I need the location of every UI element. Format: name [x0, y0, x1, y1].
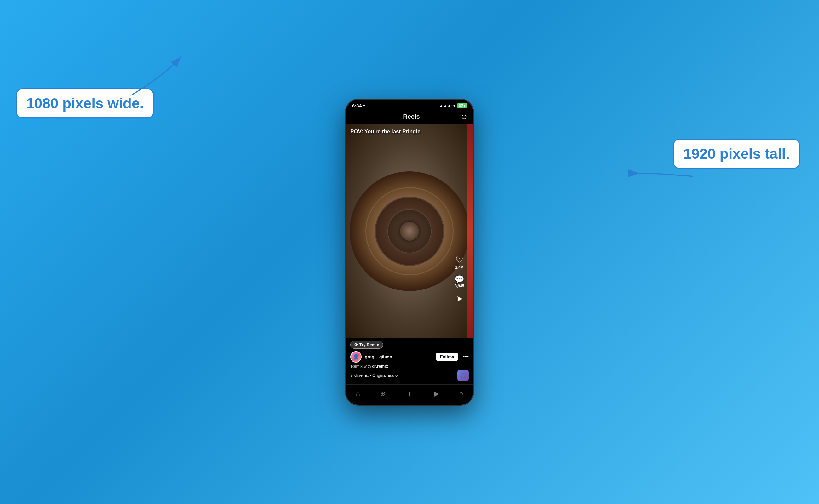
more-options-icon[interactable]: •••	[463, 353, 469, 360]
status-heart-icon: ♥	[363, 103, 365, 108]
audio-text: dr.remix · Original audio	[354, 373, 398, 378]
follow-button[interactable]: Follow	[436, 353, 458, 361]
remix-text: Remix with dr.remix	[350, 364, 469, 369]
status-icons: ▲▲▲ ▾ 67+	[439, 103, 467, 108]
right-actions: ♡ 1.4M 💬 3,945 ➤	[455, 256, 464, 304]
nav-item-search[interactable]: ⊕	[380, 390, 386, 398]
phone-frame: 6:34 ♥ ▲▲▲ ▾ 67+ Reels ⊙ POV: You're the…	[345, 99, 474, 406]
annotation-text-right: 1920 pixels tall.	[683, 145, 790, 162]
remix-icon: ⟳	[354, 342, 358, 347]
profile-icon: ○	[459, 390, 463, 398]
status-bar: 6:34 ♥ ▲▲▲ ▾ 67+	[346, 100, 473, 111]
status-time: 6:34 ♥	[352, 103, 365, 108]
signal-icon: ▲▲▲	[439, 103, 451, 108]
bottom-nav: ⌂ ⊕ ＋ ▶ ○	[346, 384, 473, 405]
username[interactable]: greg._.gilson	[365, 354, 432, 359]
nav-item-create[interactable]: ＋	[405, 388, 414, 400]
remix-author[interactable]: dr.remix	[372, 364, 388, 369]
bottom-overlay: ⟳ Try Remix 👤 greg._.gilson Follow ••• R…	[346, 338, 473, 384]
reels-icon: ▶	[434, 390, 439, 398]
arrow-right	[633, 157, 696, 195]
audio-icon: ♪	[350, 373, 352, 378]
home-icon: ⌂	[356, 390, 360, 398]
video-area: POV: You're the last Pringle ♡ 1.4M 💬 3,…	[346, 124, 473, 338]
try-remix-button[interactable]: ⟳ Try Remix	[350, 341, 383, 349]
nav-item-home[interactable]: ⌂	[356, 390, 360, 398]
send-icon: ➤	[456, 294, 463, 304]
red-strip	[467, 124, 473, 338]
comment-button[interactable]: 💬 3,945	[455, 275, 464, 288]
arrow-left	[123, 47, 186, 104]
nav-bar: Reels ⊙	[346, 111, 473, 124]
audio-info[interactable]: ♪ dr.remix · Original audio	[350, 373, 398, 378]
video-caption: POV: You're the last Pringle	[350, 129, 469, 135]
audio-row: ♪ dr.remix · Original audio 🎵	[350, 370, 469, 381]
send-button[interactable]: ➤	[456, 294, 463, 304]
comment-icon: 💬	[455, 275, 464, 283]
like-icon: ♡	[455, 256, 463, 265]
nav-item-reels[interactable]: ▶	[434, 390, 439, 398]
nav-item-profile[interactable]: ○	[459, 390, 463, 398]
comment-count: 3,945	[455, 284, 464, 288]
page-title: Reels	[403, 113, 420, 120]
like-button[interactable]: ♡ 1.4M	[455, 256, 464, 270]
create-icon: ＋	[405, 388, 414, 400]
search-icon: ⊕	[380, 390, 386, 398]
audio-avatar[interactable]: 🎵	[457, 370, 469, 381]
user-row: 👤 greg._.gilson Follow •••	[350, 351, 469, 363]
battery-indicator: 67+	[457, 103, 467, 108]
try-remix-label: Try Remix	[359, 342, 379, 347]
wifi-icon: ▾	[453, 103, 455, 108]
like-count: 1.4M	[455, 265, 464, 270]
camera-icon[interactable]: ⊙	[461, 113, 467, 121]
avatar[interactable]: 👤	[350, 351, 362, 363]
video-content	[346, 124, 473, 338]
